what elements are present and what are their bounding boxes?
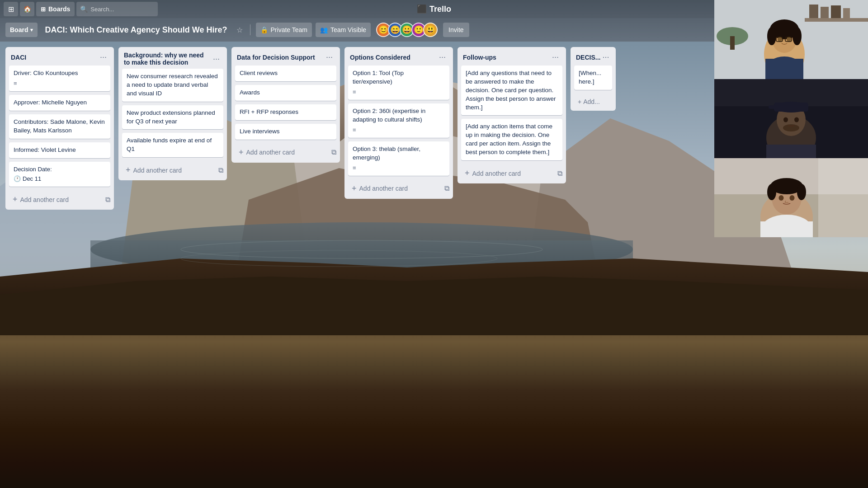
list-options-menu-button[interactable]: ··· <box>437 52 448 63</box>
list-decision: DECIS... ··· [When... here.] + Add... <box>571 47 616 111</box>
list-background-menu-button[interactable]: ··· <box>211 53 222 65</box>
list-followups: Follow-ups ··· [Add any questions that n… <box>458 47 566 183</box>
add-card-daci-label: Add another card <box>20 196 69 203</box>
add-card-background-button[interactable]: + Add another card <box>120 162 217 178</box>
card-approver[interactable]: Approver: Michelle Nguyen <box>9 95 110 111</box>
template-daci-button[interactable]: ⧉ <box>104 194 112 206</box>
template-followups-button[interactable]: ⧉ <box>556 168 564 179</box>
svg-point-31 <box>787 37 791 42</box>
card-decision-text: [When... <box>579 69 608 78</box>
svg-rect-18 <box>805 18 868 22</box>
search-bar[interactable]: 🔍 Search... <box>76 2 158 16</box>
video-frame-1[interactable] <box>714 0 868 79</box>
card-option3[interactable]: Option 3: thelab (smaller, emerging) ≡ <box>348 141 449 176</box>
star-button[interactable]: ☆ <box>235 24 245 36</box>
trello-logo-text: Trello <box>429 5 451 14</box>
card-option2[interactable]: Option 2: 360i (expertise in adapting to… <box>348 103 449 138</box>
board-title[interactable]: DACI: Which Creative Agency Should We Hi… <box>41 23 231 37</box>
trello-logo: ⬛ Trello <box>417 4 451 14</box>
list-options-header: Options Considered ··· <box>344 47 453 66</box>
card-followup-actions[interactable]: [Add any action items that come up in ma… <box>461 119 562 160</box>
boards-button[interactable]: ⊞ Boards <box>36 2 75 16</box>
svg-rect-24 <box>730 36 735 50</box>
video-frame-3[interactable] <box>714 158 868 237</box>
svg-point-29 <box>793 27 802 45</box>
list-data-title: Data for Decision Support <box>237 54 324 61</box>
avatar-5[interactable]: 😃 <box>423 23 438 37</box>
card-decision-placeholder[interactable]: [When... here.] <box>574 66 612 90</box>
card-product-extensions[interactable]: New product extensions planned for Q3 of… <box>122 105 223 130</box>
card-awards[interactable]: Awards <box>235 85 336 101</box>
add-card-daci-button[interactable]: + Add another card <box>7 191 104 208</box>
add-card-followups-button[interactable]: + Add another card <box>459 165 556 182</box>
card-driver[interactable]: Driver: Clio Kountoupes ≡ <box>9 66 110 91</box>
card-decision-date[interactable]: Decision Date: 🕐 Dec 11 <box>9 162 110 187</box>
card-rfi-rfp[interactable]: RFI + RFP responses <box>235 104 336 120</box>
template-data-button[interactable]: ⧉ <box>330 146 338 158</box>
list-daci-header: DACI ··· <box>5 47 114 66</box>
card-product-extensions-text: New product extensions planned for Q3 of… <box>127 109 219 126</box>
template-background-button[interactable]: ⧉ <box>217 164 225 176</box>
svg-rect-42 <box>774 103 808 112</box>
list-followups-cards: [Add any questions that need to be answe… <box>458 66 566 164</box>
card-followup-questions[interactable]: [Add any questions that need to be answe… <box>461 66 562 115</box>
card-live-interviews[interactable]: Live interviews <box>235 124 336 140</box>
card-option3-text: Option 3: thelab (smaller, emerging) <box>353 145 445 162</box>
board-menu-label: Board <box>10 26 28 33</box>
list-followups-footer: + Add another card ⧉ <box>458 164 566 183</box>
home-icon-button[interactable]: 🏠 <box>20 2 34 16</box>
lock-icon: 🔒 <box>260 26 268 33</box>
card-consumer-research-text: New consumer research revealed a need to… <box>127 72 219 98</box>
card-option2-icon: ≡ <box>353 126 445 134</box>
svg-rect-47 <box>766 145 816 158</box>
list-decision-title: DECIS... <box>576 54 600 61</box>
team-visible-button[interactable]: 👥 Team Visible <box>316 23 371 37</box>
svg-point-45 <box>794 117 799 122</box>
private-team-button[interactable]: 🔒 Private Team <box>256 23 312 37</box>
svg-rect-20 <box>821 7 829 18</box>
card-option3-icon: ≡ <box>353 164 445 172</box>
card-available-funds[interactable]: Available funds expire at end of Q1 <box>122 133 223 157</box>
card-driver-icon: ≡ <box>14 80 106 88</box>
add-icon-decision: + <box>578 98 581 105</box>
add-card-data-button[interactable]: + Add another card <box>233 144 330 161</box>
invite-label: Invite <box>448 26 463 33</box>
chevron-down-icon: ▾ <box>30 27 33 33</box>
board-menu-button[interactable]: Board ▾ <box>5 23 38 37</box>
search-icon: 🔍 <box>80 5 88 13</box>
add-card-followups-label: Add another card <box>472 170 521 177</box>
card-approver-text: Approver: Michelle Nguyen <box>14 99 106 107</box>
template-options-button[interactable]: ⧉ <box>443 183 451 194</box>
add-card-decision-button[interactable]: + Add... <box>572 94 614 109</box>
list-background-footer: + Add another card ⧉ <box>118 161 227 180</box>
add-card-options-button[interactable]: + Add another card <box>346 180 443 197</box>
video-person-2 <box>714 79 868 158</box>
card-consumer-research[interactable]: New consumer research revealed a need to… <box>122 69 223 102</box>
video-person-1 <box>714 0 868 79</box>
card-available-funds-text: Available funds expire at end of Q1 <box>127 136 219 154</box>
list-daci-cards: Driver: Clio Kountoupes ≡ Approver: Mich… <box>5 66 114 190</box>
list-background-header: Background: why we need to make this dec… <box>118 47 227 69</box>
list-options-cards: Option 1: Tool (Top tier/expensive) ≡ Op… <box>344 66 453 179</box>
list-background: Background: why we need to make this dec… <box>118 47 227 180</box>
add-card-decision-label: Add... <box>583 98 600 105</box>
card-followup-questions-text: [Add any questions that need to be answe… <box>466 69 558 112</box>
list-decision-menu-button[interactable]: ··· <box>600 52 611 63</box>
list-data-menu-button[interactable]: ··· <box>324 52 335 63</box>
video-frame-2[interactable] <box>714 79 868 158</box>
list-followups-menu-button[interactable]: ··· <box>550 52 561 63</box>
card-option1[interactable]: Option 1: Tool (Top tier/expensive) ≡ <box>348 66 449 100</box>
list-daci-title: DACI <box>11 54 98 61</box>
video-person-3 <box>714 158 868 237</box>
invite-button[interactable]: Invite <box>443 23 469 37</box>
trello-logo-icon: ⬛ <box>417 4 427 14</box>
home-button[interactable]: ⊞ <box>4 2 18 16</box>
card-contributors[interactable]: Contributors: Sade Malone, Kevin Bailey,… <box>9 114 110 139</box>
list-daci-menu-button[interactable]: ··· <box>98 52 108 63</box>
svg-point-56 <box>779 195 784 201</box>
member-avatars: 😊 😄 😀 🙂 😃 <box>376 23 438 37</box>
card-client-reviews[interactable]: Client reviews <box>235 66 336 81</box>
card-informed[interactable]: Informed: Violet Levine <box>9 142 110 158</box>
list-daci-footer: + Add another card ⧉ <box>5 190 114 210</box>
add-card-data-label: Add another card <box>246 149 295 156</box>
